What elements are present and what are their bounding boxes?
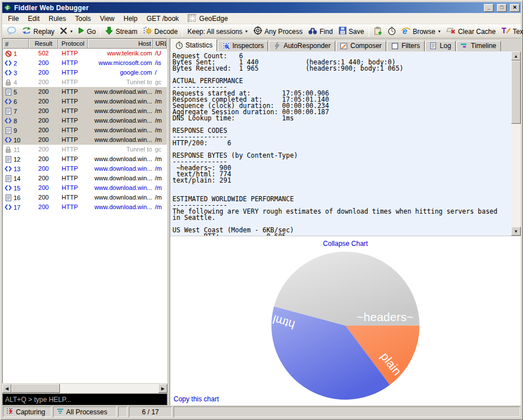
scroll-down-button[interactable]: ▼	[511, 227, 521, 236]
page-icon	[4, 175, 12, 182]
tab-timeline[interactable]: Timeline	[456, 41, 501, 51]
menu-tools[interactable]: Tools	[71, 14, 96, 24]
session-row[interactable]: 2200HTTPwww.microsoft.com/is	[3, 58, 167, 68]
vertical-scrollbar-track[interactable]	[511, 124, 521, 227]
session-row[interactable]: 12200HTTPwww.download.win.../m	[3, 154, 167, 164]
column-header-protocol[interactable]: Protocol	[58, 39, 88, 49]
session-row[interactable]: 3200HTTPgoogle.com/	[3, 68, 167, 77]
session-url: gc	[153, 77, 167, 87]
session-row[interactable]: 10200HTTPwww.download.win.../m	[3, 135, 167, 145]
session-row[interactable]: 11200HTTPTunnel togc	[3, 145, 167, 154]
browse-button[interactable]: eBrowse▾	[399, 25, 443, 38]
maximize-button[interactable]: □	[497, 4, 507, 12]
horizontal-scrollbar-thumb[interactable]	[11, 384, 60, 393]
tab-autoresponder[interactable]: AutoResponder	[269, 41, 335, 51]
horizontal-scrollbar-track[interactable]	[60, 384, 158, 393]
session-row[interactable]: 17200HTTPwww.download.win.../m	[3, 202, 167, 212]
session-result: 200	[29, 116, 58, 125]
session-protocol: HTTP	[58, 87, 88, 97]
session-row[interactable]: 14200HTTPwww.download.win.../m	[3, 174, 167, 183]
process-filter-button[interactable]: All Processes	[53, 406, 116, 417]
stream-button[interactable]: Stream	[102, 25, 140, 38]
menu-help[interactable]: Help	[119, 14, 142, 24]
blocked-icon	[4, 50, 12, 57]
code-icon	[4, 137, 12, 143]
status-spacer-cell	[118, 406, 127, 417]
menu-item-label: GET /book	[146, 15, 179, 23]
session-number: 16	[14, 193, 20, 202]
session-host: www.download.win...	[88, 106, 153, 116]
session-row[interactable]: 1502HTTPwww.telerik.com/U	[3, 49, 167, 58]
session-row[interactable]: 4200HTTPTunnel togc	[3, 77, 167, 87]
session-row[interactable]: 13200HTTPwww.download.win.../m	[3, 164, 167, 174]
column-header-result[interactable]: Result	[29, 39, 58, 49]
find-button[interactable]: Find	[305, 25, 335, 38]
session-row[interactable]: 16200HTTPwww.download.win.../m	[3, 193, 167, 202]
quickexec-input[interactable]	[3, 394, 167, 405]
timer-button[interactable]	[385, 25, 399, 38]
session-result: 200	[29, 183, 58, 193]
session-host: Tunnel to	[88, 77, 153, 87]
tab-filters[interactable]: Filters	[387, 41, 425, 51]
close-button[interactable]: ✕	[510, 4, 520, 12]
keep-sessions-dropdown[interactable]: Keep: All sessions▾	[184, 26, 250, 37]
eraser-icon	[446, 27, 456, 36]
column-header-url[interactable]: URL	[153, 39, 167, 49]
any-process-button[interactable]: Any Process	[250, 24, 305, 38]
menu-file[interactable]: File	[3, 14, 23, 24]
session-row[interactable]: 15200HTTPwww.download.win.../m	[3, 183, 167, 193]
session-number: 14	[14, 174, 20, 183]
tab-label: AutoResponder	[283, 42, 330, 50]
page-icon	[4, 108, 12, 115]
tab-strip: StatisticsInspectorsAutoResponderCompose…	[170, 38, 521, 51]
session-row[interactable]: 8200HTTPwww.download.win.../m	[3, 116, 167, 125]
session-url: /m	[153, 202, 167, 212]
decode-button[interactable]: Decode	[140, 25, 180, 38]
scroll-left-button[interactable]: ◀	[2, 384, 11, 393]
menu-view[interactable]: View	[96, 14, 119, 24]
menu-edit[interactable]: Edit	[23, 14, 44, 24]
vertical-scrollbar-thumb[interactable]	[511, 60, 521, 124]
session-number: 2	[14, 59, 17, 68]
window-title: Fiddler Web Debugger	[14, 4, 481, 12]
session-result: 200	[29, 87, 58, 97]
fiddler-app-icon: F	[3, 3, 12, 12]
clipboard-button[interactable]	[371, 25, 385, 38]
stopwatch-icon	[388, 27, 396, 37]
session-protocol: HTTP	[58, 49, 88, 58]
browse-label: Browse	[413, 28, 435, 36]
remove-button[interactable]: ▾	[57, 25, 75, 38]
menu-geoedge[interactable]: GeoEdge	[183, 13, 232, 24]
scroll-right-button[interactable]: ▶	[158, 384, 167, 393]
menu-rules[interactable]: Rules	[44, 14, 71, 24]
tab-statistics[interactable]: Statistics	[171, 39, 217, 51]
minimize-button[interactable]: _	[484, 4, 494, 12]
page-icon	[4, 194, 12, 201]
scroll-up-button[interactable]: ▲	[511, 51, 521, 60]
menu-item-label: Edit	[28, 15, 40, 23]
session-result: 200	[29, 125, 58, 135]
session-result: 200	[29, 174, 58, 183]
copy-chart-link[interactable]: Copy this chart	[174, 395, 219, 403]
toolbar-separator	[369, 27, 369, 37]
column-header-num[interactable]: #	[3, 39, 29, 49]
session-row[interactable]: 9200HTTPwww.download.win.../m	[3, 125, 167, 135]
save-button[interactable]: Save	[336, 25, 367, 38]
session-row[interactable]: 5200HTTPwww.download.win.../m	[3, 87, 167, 97]
clear-cache-button[interactable]: Clear Cache	[443, 25, 499, 38]
comment-button[interactable]	[4, 25, 19, 38]
capturing-toggle[interactable]: Capturing	[3, 406, 51, 417]
column-header-host[interactable]: Host	[88, 39, 153, 49]
session-row[interactable]: 7200HTTPwww.download.win.../m	[3, 106, 167, 116]
session-row[interactable]: 6200HTTPwww.download.win.../m	[3, 97, 167, 106]
session-host: Tunnel to	[88, 145, 153, 154]
replay-button[interactable]: Replay	[19, 25, 57, 38]
tab-log[interactable]: Log	[425, 41, 456, 51]
code-icon	[4, 70, 12, 76]
menu-get-book[interactable]: GET /book	[142, 14, 183, 24]
textwizard-button[interactable]: TTextWizard	[499, 25, 523, 38]
tab-composer[interactable]: Composer	[336, 41, 386, 51]
go-button[interactable]: Go	[75, 25, 98, 37]
tab-inspectors[interactable]: Inspectors	[218, 41, 268, 51]
any-process-label: Any Process	[265, 28, 302, 36]
